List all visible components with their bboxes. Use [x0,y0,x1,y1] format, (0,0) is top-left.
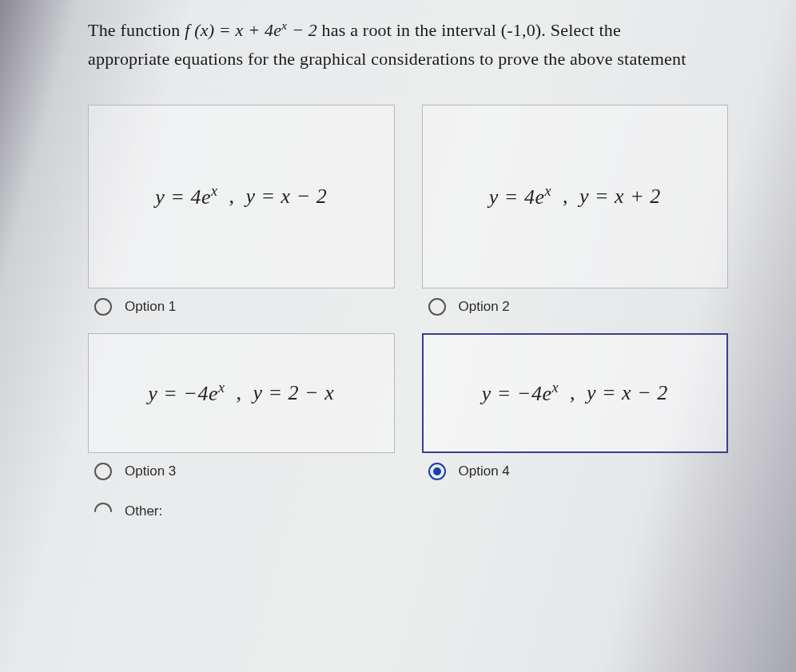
option-other-label: Other: [125,503,162,519]
comma-separator: , [225,381,253,405]
comma-separator: , [559,381,587,405]
option-other[interactable]: Other: [88,498,395,520]
option-3-radio-row[interactable]: Option 3 [88,453,395,483]
radio-icon-checked[interactable] [428,463,446,480]
option-1-eq1: y = 4ex [155,183,217,209]
comma-separator: , [551,185,579,209]
option-4-card[interactable]: y = −4ex , y = x − 2 [422,333,729,453]
option-1-eq2: y = x − 2 [246,185,328,209]
radio-icon[interactable] [94,463,112,480]
option-4-eq1: y = −4ex [482,380,559,406]
option-3-eq1: y = −4ex [148,380,225,406]
q-part1: The function [88,20,185,40]
q-line2: appropriate equations for the graphical … [88,49,686,69]
option-2-eq2: y = x + 2 [579,185,661,209]
option-3-card[interactable]: y = −4ex , y = 2 − x [88,333,395,453]
option-3-eq2: y = 2 − x [253,381,335,405]
option-4-eq2: y = x − 2 [587,381,668,405]
option-4-label: Option 4 [459,463,510,479]
option-2-label: Option 2 [459,299,510,315]
radio-icon[interactable] [94,503,112,520]
option-2-radio-row[interactable]: Option 2 [422,288,729,319]
option-1-card[interactable]: y = 4ex , y = x − 2 [88,105,395,288]
option-1-radio-row[interactable]: Option 1 [88,288,395,319]
option-4-radio-row[interactable]: Option 4 [422,453,729,483]
q-part2: has a root in the interval (-1,0). Selec… [322,20,621,40]
bottom-edge [0,664,796,672]
question-page: The function f (x) = x + 4ex − 2 has a r… [0,0,796,672]
option-4: y = −4ex , y = x − 2 Option 4 [422,333,729,483]
option-1: y = 4ex , y = x − 2 Option 1 [88,105,395,319]
question-text: The function f (x) = x + 4ex − 2 has a r… [88,16,728,73]
comma-separator: , [218,185,246,209]
option-3: y = −4ex , y = 2 − x Option 3 [88,333,395,483]
radio-icon[interactable] [94,298,112,316]
radio-icon[interactable] [428,298,446,316]
option-2-eq1: y = 4ex [489,183,551,209]
options-grid: y = 4ex , y = x − 2 Option 1 y = 4ex , y… [88,105,728,520]
q-fx: f (x) = x + 4ex − 2 [185,20,321,40]
option-1-label: Option 1 [125,299,176,315]
option-3-label: Option 3 [125,463,176,479]
option-2: y = 4ex , y = x + 2 Option 2 [422,105,729,319]
option-2-card[interactable]: y = 4ex , y = x + 2 [422,105,729,288]
